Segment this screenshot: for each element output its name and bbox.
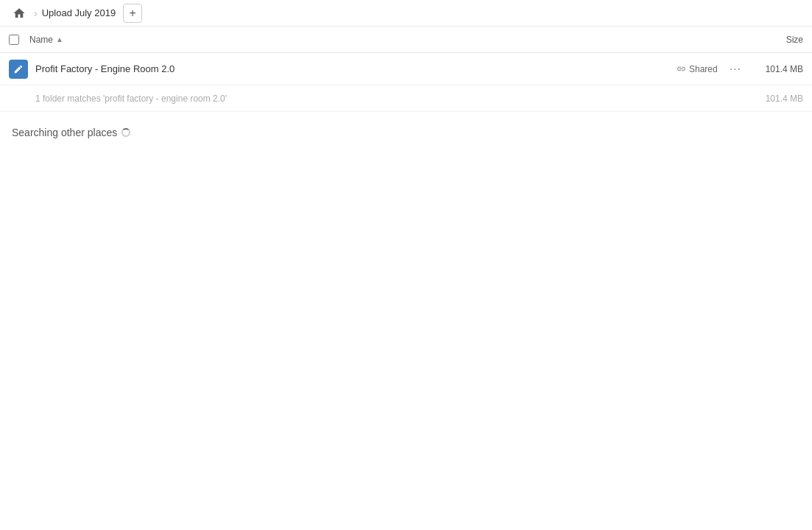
breadcrumb-title: Upload July 2019 [42,7,116,18]
searching-section: Searching other places [0,112,812,144]
searching-label: Searching other places [12,127,800,138]
file-row[interactable]: Profit Factory - Engine Room 2.0 Shared … [0,53,812,85]
breadcrumb-separator: › [34,7,38,19]
row-checkbox-wrap[interactable] [9,60,29,79]
sub-row-size: 101.4 MB [744,93,803,104]
sub-row: 1 folder matches 'profit factory - engin… [0,85,812,112]
size-column-header: Size [744,35,803,45]
home-button[interactable] [9,3,29,24]
shared-badge: Shared [677,64,718,74]
file-meta: Shared ··· [677,63,744,76]
select-all-checkbox[interactable] [9,35,19,45]
file-name: Profit Factory - Engine Room 2.0 [35,63,677,74]
folder-icon [9,60,28,79]
loading-spinner [121,128,130,137]
link-icon [677,64,686,74]
column-headers: Name ▲ Size [0,26,812,53]
sub-row-text: 1 folder matches 'profit factory - engin… [35,93,744,104]
more-options-button[interactable]: ··· [727,63,744,76]
searching-text: Searching other places [12,127,117,138]
file-size: 101.4 MB [744,64,803,74]
select-all-checkbox-wrap[interactable] [9,35,29,45]
sort-arrow-icon: ▲ [56,35,63,43]
breadcrumb-bar: › Upload July 2019 + [0,0,812,26]
name-column-header[interactable]: Name ▲ [29,35,744,45]
add-button[interactable]: + [123,4,142,23]
shared-label: Shared [689,64,718,74]
